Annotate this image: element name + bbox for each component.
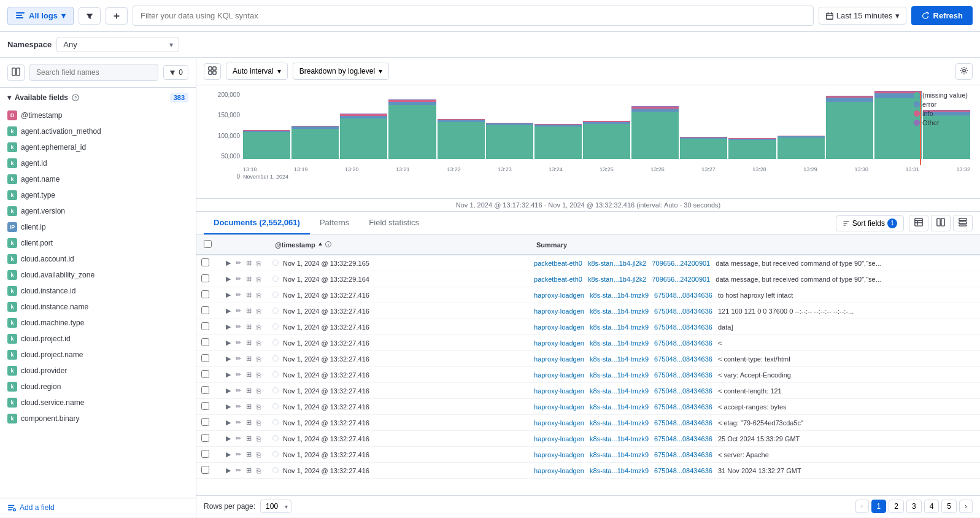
page-button-3[interactable]: 3 (906, 500, 922, 513)
pagination-prev[interactable]: ‹ (855, 500, 869, 513)
edit-row-button[interactable]: ✏ (234, 418, 243, 427)
document-row-button[interactable]: ⊞ (244, 434, 253, 443)
bar-group[interactable] (777, 91, 825, 159)
copy-row-button[interactable]: ⎘ (255, 387, 263, 395)
bar-group[interactable] (631, 91, 679, 159)
all-logs-button[interactable]: All logs ▾ (7, 7, 74, 25)
field-item[interactable]: k cloud.availability_zone (0, 267, 196, 283)
field-item[interactable]: k cloud.region (0, 379, 196, 395)
expand-row-button[interactable]: ▶ (224, 386, 233, 395)
available-toggle[interactable]: ▾ Available fields ? (7, 93, 79, 102)
expand-row-button[interactable]: ▶ (224, 450, 233, 459)
expand-row-button[interactable]: ▶ (224, 322, 233, 331)
row-view-button[interactable] (953, 215, 973, 231)
document-row-button[interactable]: ⊞ (244, 370, 253, 379)
document-row-button[interactable]: ⊞ (244, 290, 253, 300)
field-item[interactable]: k cloud.provider (0, 363, 196, 379)
edit-row-button[interactable]: ✏ (234, 322, 243, 331)
copy-row-button[interactable]: ⎘ (255, 419, 263, 427)
expand-row-button[interactable]: ▶ (224, 338, 233, 347)
edit-row-button[interactable]: ✏ (234, 354, 243, 363)
expand-row-button[interactable]: ▶ (224, 418, 233, 427)
row-checkbox[interactable] (201, 306, 209, 314)
pagination-next[interactable]: › (959, 500, 973, 513)
edit-row-button[interactable]: ✏ (234, 338, 243, 347)
bar-group[interactable] (534, 91, 582, 159)
document-row-button[interactable]: ⊞ (244, 322, 253, 331)
field-item[interactable]: k agent.type (0, 187, 196, 203)
field-item[interactable]: k component.binary (0, 411, 196, 427)
bar-group[interactable] (826, 91, 873, 159)
document-row-button[interactable]: ⊞ (244, 274, 253, 284)
page-button-5[interactable]: 5 (941, 500, 957, 513)
bar-group[interactable] (340, 91, 387, 159)
copy-row-button[interactable]: ⎘ (255, 339, 263, 347)
document-row-button[interactable]: ⊞ (244, 306, 253, 315)
bar-group[interactable] (583, 91, 630, 159)
field-item[interactable]: k agent.ephemeral_id (0, 139, 196, 155)
document-row-button[interactable]: ⊞ (244, 402, 253, 411)
row-checkbox[interactable] (201, 450, 209, 458)
filter-button[interactable] (79, 7, 101, 25)
document-row-button[interactable]: ⊞ (244, 386, 253, 395)
row-checkbox[interactable] (201, 434, 209, 442)
expand-row-button[interactable]: ▶ (224, 306, 233, 315)
col-header-timestamp[interactable]: @timestamp i (268, 235, 529, 255)
row-checkbox[interactable] (201, 418, 209, 426)
tab-documents[interactable]: Documents (2,552,061) (204, 212, 310, 234)
namespace-select[interactable]: Any (56, 37, 179, 52)
expand-row-button[interactable]: ▶ (224, 354, 233, 363)
copy-row-button[interactable]: ⎘ (255, 307, 263, 315)
edit-row-button[interactable]: ✏ (234, 290, 243, 300)
add-button[interactable] (106, 7, 128, 25)
page-button-2[interactable]: 2 (889, 500, 904, 513)
row-checkbox[interactable] (201, 466, 209, 474)
sort-fields-button[interactable]: Sort fields 1 (836, 215, 904, 231)
expand-row-button[interactable]: ▶ (224, 290, 233, 300)
copy-row-button[interactable]: ⎘ (255, 450, 263, 459)
copy-row-button[interactable]: ⎘ (255, 275, 263, 284)
tab-patterns[interactable]: Patterns (310, 212, 359, 234)
add-field-button[interactable]: Add a field (0, 498, 196, 517)
field-item[interactable]: k cloud.machine.type (0, 315, 196, 331)
expand-row-button[interactable]: ▶ (224, 402, 233, 411)
row-checkbox[interactable] (201, 370, 209, 378)
interval-button[interactable]: Auto interval ▾ (226, 63, 288, 80)
copy-row-button[interactable]: ⎘ (255, 403, 263, 411)
copy-row-button[interactable]: ⎘ (255, 466, 263, 475)
edit-row-button[interactable]: ✏ (234, 402, 243, 411)
bar-group[interactable] (680, 91, 727, 159)
edit-row-button[interactable]: ✏ (234, 274, 243, 284)
expand-row-button[interactable]: ▶ (224, 274, 233, 284)
table-view-button[interactable] (909, 215, 928, 231)
edit-row-button[interactable]: ✏ (234, 450, 243, 459)
chart-settings-button[interactable] (204, 63, 221, 80)
document-row-button[interactable]: ⊞ (244, 450, 253, 459)
expand-row-button[interactable]: ▶ (224, 434, 233, 443)
row-checkbox[interactable] (201, 386, 209, 394)
rows-per-page-select[interactable]: 100 50 25 (260, 500, 291, 513)
copy-row-button[interactable]: ⎘ (255, 259, 263, 268)
copy-row-button[interactable]: ⎘ (255, 371, 263, 379)
document-row-button[interactable]: ⊞ (244, 258, 253, 268)
field-item[interactable]: k cloud.instance.name (0, 299, 196, 315)
field-item[interactable]: IP client.ip (0, 219, 196, 235)
field-item[interactable]: k agent.name (0, 171, 196, 187)
field-item[interactable]: k agent.version (0, 203, 196, 219)
page-button-4[interactable]: 4 (924, 500, 939, 513)
kql-input[interactable] (133, 6, 814, 26)
page-button-1[interactable]: 1 (871, 500, 887, 513)
edit-row-button[interactable]: ✏ (234, 306, 243, 315)
expand-row-button[interactable]: ▶ (224, 258, 233, 268)
field-item[interactable]: k agent.activation_method (0, 123, 196, 139)
time-picker[interactable]: Last 15 minutes ▾ (819, 7, 906, 25)
document-row-button[interactable]: ⊞ (244, 418, 253, 427)
sidebar-filter-count[interactable]: 0 (163, 65, 188, 80)
row-checkbox[interactable] (201, 274, 209, 282)
copy-row-button[interactable]: ⎘ (255, 435, 263, 443)
document-row-button[interactable]: ⊞ (244, 466, 253, 475)
field-item[interactable]: k cloud.instance.id (0, 283, 196, 299)
edit-row-button[interactable]: ✏ (234, 434, 243, 443)
chart-options-button[interactable] (955, 63, 973, 80)
select-all-checkbox[interactable] (204, 240, 212, 248)
